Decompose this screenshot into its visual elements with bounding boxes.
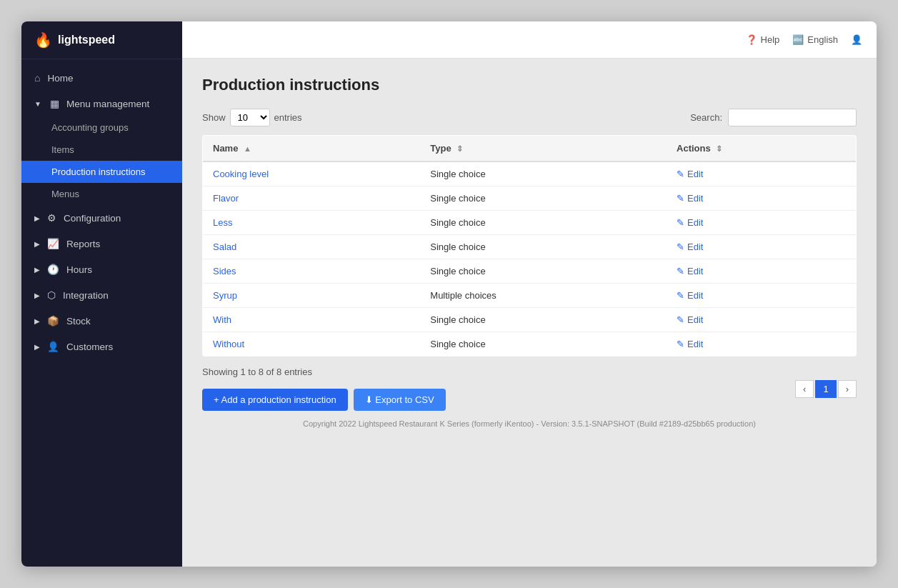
sidebar-item-production-instructions[interactable]: Production instructions [21,161,182,183]
row-name-link[interactable]: Cooking level [213,169,269,179]
cell-name: Flavor [203,186,421,211]
sidebar-reports-label: Reports [66,239,100,249]
cell-name: Less [203,211,421,235]
cell-name: Sides [203,259,421,284]
col-actions[interactable]: Actions ⇕ [667,136,856,162]
sidebar-item-home[interactable]: ⌂ Home [21,65,182,91]
page-title: Production instructions [202,76,857,94]
cell-actions: ✎ Edit [667,186,856,211]
user-icon: 👤 [851,34,862,45]
entries-select[interactable]: 10 25 50 100 [230,109,270,126]
main-content: ❓ Help 🔤 English 👤 Production instructio… [182,21,877,567]
col-type[interactable]: Type ⇕ [420,136,667,162]
cell-actions: ✎ Edit [667,161,856,186]
edit-icon: ✎ [677,266,684,276]
sidebar-item-items[interactable]: Items [21,139,182,161]
logo-icon: 🔥 [34,31,52,49]
sidebar-section-customers[interactable]: ▶ 👤 Customers [21,334,182,359]
menu-management-icon: ▦ [50,98,59,109]
page-footer: Copyright 2022 Lightspeed Restaurant K S… [202,411,857,432]
pagination-prev[interactable]: ‹ [795,380,814,398]
copyright-text: Copyright 2022 Lightspeed Restaurant K S… [303,419,756,428]
help-label: Help [761,34,780,45]
reports-icon: 📈 [47,238,59,249]
sidebar-production-instructions-label: Production instructions [51,166,146,177]
sidebar-menu-management-label: Menu management [66,99,149,109]
row-name-link[interactable]: Salad [213,241,236,252]
edit-link[interactable]: ✎ Edit [677,241,846,252]
language-icon: 🔤 [792,34,804,45]
row-name-link[interactable]: Sides [213,266,236,276]
edit-link[interactable]: ✎ Edit [677,193,846,204]
cell-type: Single choice [420,211,667,235]
cell-name: Salad [203,235,421,259]
edit-link[interactable]: ✎ Edit [677,314,846,325]
cell-type: Single choice [420,259,667,284]
col-actions-label: Actions [677,143,711,154]
pagination-next[interactable]: › [838,380,857,398]
edit-link[interactable]: ✎ Edit [677,217,846,228]
cell-type: Single choice [420,186,667,211]
cell-actions: ✎ Edit [667,259,856,284]
row-name-link[interactable]: Flavor [213,193,239,204]
edit-link[interactable]: ✎ Edit [677,266,846,276]
edit-link[interactable]: ✎ Edit [677,339,846,349]
row-name-link[interactable]: With [213,314,231,325]
edit-icon: ✎ [677,169,684,179]
edit-link[interactable]: ✎ Edit [677,290,846,301]
sidebar-section-reports[interactable]: ▶ 📈 Reports [21,231,182,256]
sidebar-section-stock[interactable]: ▶ 📦 Stock [21,308,182,334]
chevron-right-icon: ▶ [34,214,40,222]
sort-type-icon: ⇕ [457,144,463,154]
cell-actions: ✎ Edit [667,211,856,235]
add-production-instruction-button[interactable]: + Add a production instruction [202,389,348,411]
customers-icon: 👤 [47,341,59,352]
row-name-link[interactable]: Without [213,339,244,349]
table-row: Sides Single choice ✎ Edit [203,259,857,284]
cell-type: Single choice [420,161,667,186]
table-row: With Single choice ✎ Edit [203,308,857,332]
sidebar-section-integration[interactable]: ▶ ⬡ Integration [21,282,182,308]
edit-link[interactable]: ✎ Edit [677,169,846,179]
chevron-right-icon-hours: ▶ [34,266,40,274]
sidebar-section-hours[interactable]: ▶ 🕐 Hours [21,256,182,282]
entries-label: entries [274,112,302,123]
cell-actions: ✎ Edit [667,284,856,308]
action-buttons: Showing 1 to 8 of 8 entries + Add a prod… [202,367,446,411]
cell-type: Single choice [420,332,667,357]
show-entries: Show 10 25 50 100 entries [202,109,302,126]
search-label: Search: [690,112,722,123]
sidebar-items-label: Items [51,144,74,155]
row-name-link[interactable]: Syrup [213,290,237,301]
edit-icon: ✎ [677,217,684,228]
language-selector[interactable]: 🔤 English [792,34,838,45]
col-name[interactable]: Name ▲ [203,136,421,162]
export-csv-button[interactable]: ⬇ Export to CSV [354,389,446,411]
table-row: Salad Single choice ✎ Edit [203,235,857,259]
row-name-link[interactable]: Less [213,217,232,228]
sidebar-item-accounting-groups[interactable]: Accounting groups [21,116,182,139]
stock-icon: 📦 [47,315,59,327]
sidebar-accounting-groups-label: Accounting groups [51,122,129,133]
hours-icon: 🕐 [47,264,59,275]
search-input[interactable] [728,109,857,126]
help-button[interactable]: ❓ Help [746,34,780,45]
cell-type: Multiple choices [420,284,667,308]
user-profile-button[interactable]: 👤 [851,34,862,45]
sidebar-home-label: Home [47,73,73,84]
edit-icon: ✎ [677,193,684,204]
table-row: Cooking level Single choice ✎ Edit [203,161,857,186]
pagination: ‹ 1 › [795,380,857,398]
cell-actions: ✎ Edit [667,235,856,259]
sidebar-item-menus[interactable]: Menus [21,183,182,205]
cell-actions: ✎ Edit [667,332,856,357]
sidebar-stock-label: Stock [66,316,91,327]
table-footer: Showing 1 to 8 of 8 entries + Add a prod… [202,367,857,411]
sidebar-section-configuration[interactable]: ▶ ⚙ Configuration [21,205,182,231]
edit-icon: ✎ [677,339,684,349]
sidebar-section-menu-management[interactable]: ▼ ▦ Menu management [21,91,182,116]
col-name-label: Name [213,143,238,154]
pagination-page-1[interactable]: 1 [815,380,836,398]
home-icon: ⌂ [34,72,40,84]
sort-name-icon: ▲ [244,144,251,153]
